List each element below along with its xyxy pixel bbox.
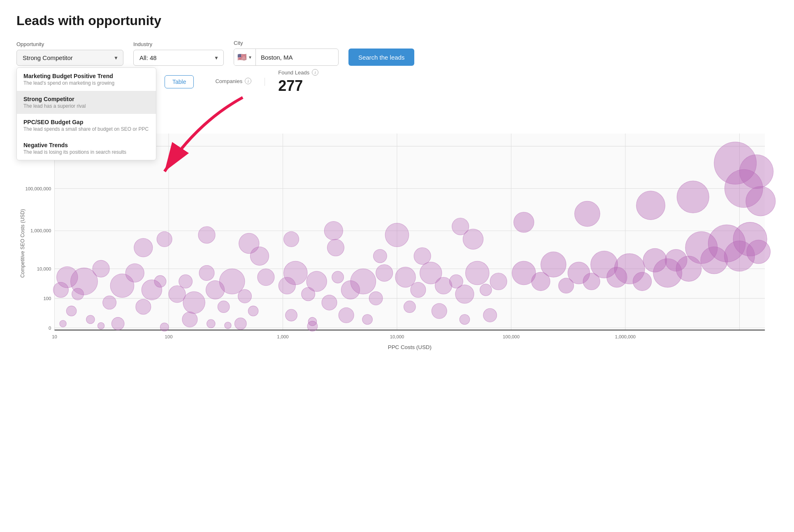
svg-point-34 xyxy=(103,296,116,309)
svg-text:1,000: 1,000 xyxy=(277,334,288,339)
search-leads-button[interactable]: Search the leads xyxy=(348,49,415,66)
found-leads-stat: Found Leads i 277 xyxy=(265,69,332,95)
svg-point-70 xyxy=(339,308,354,323)
svg-text:1,000,000: 1,000,000 xyxy=(615,334,636,339)
svg-point-46 xyxy=(183,291,205,313)
table-tab-button[interactable]: Table xyxy=(165,75,194,88)
svg-text:100: 100 xyxy=(165,334,173,339)
svg-point-72 xyxy=(373,249,387,263)
svg-point-81 xyxy=(480,284,492,296)
svg-point-79 xyxy=(455,285,474,303)
svg-point-65 xyxy=(351,269,376,294)
svg-point-68 xyxy=(286,309,297,321)
svg-point-108 xyxy=(747,240,771,264)
svg-text:10,000: 10,000 xyxy=(390,334,404,339)
svg-point-112 xyxy=(746,186,775,216)
found-leads-value: 277 xyxy=(278,77,318,95)
svg-point-119 xyxy=(385,223,409,247)
dropdown-item-0[interactable]: Marketing Budget Positive Trend The lead… xyxy=(17,68,156,91)
svg-point-116 xyxy=(239,233,259,253)
svg-point-52 xyxy=(248,306,258,316)
dropdown-item-title-1: Strong Competitor xyxy=(23,96,149,102)
industry-label: Industry xyxy=(133,41,224,47)
svg-point-63 xyxy=(332,271,344,283)
svg-point-53 xyxy=(258,269,274,286)
flag-chevron-icon: ▼ xyxy=(248,55,252,60)
svg-point-55 xyxy=(207,319,216,328)
dropdown-item-desc-3: The lead is losing its positions in sear… xyxy=(23,149,149,155)
svg-point-87 xyxy=(414,247,431,264)
page-title: Leads with opportunity xyxy=(16,13,778,28)
svg-point-98 xyxy=(633,272,652,291)
svg-point-45 xyxy=(179,275,193,288)
svg-point-125 xyxy=(98,322,104,329)
flag-us-icon: 🇺🇸 xyxy=(237,53,246,62)
industry-select-wrapper: All: 48 ▼ xyxy=(133,50,224,66)
svg-point-47 xyxy=(199,265,214,280)
opportunity-dropdown: Marketing Budget Positive Trend The lead… xyxy=(16,67,156,160)
dropdown-item-title-3: Negative Trends xyxy=(23,142,149,148)
svg-point-56 xyxy=(234,318,246,330)
flag-select[interactable]: 🇺🇸 ▼ xyxy=(234,49,256,65)
svg-point-39 xyxy=(60,320,66,327)
svg-point-51 xyxy=(238,289,252,303)
svg-point-114 xyxy=(157,231,172,247)
svg-text:Competitive SEO Costs (USD): Competitive SEO Costs (USD) xyxy=(20,209,26,278)
svg-text:0: 0 xyxy=(49,326,51,331)
opportunity-select-wrapper: Strong Competitor Marketing Budget Posit… xyxy=(16,50,123,66)
companies-stat: Companies i xyxy=(202,78,265,86)
svg-point-120 xyxy=(452,218,469,235)
svg-point-82 xyxy=(490,273,507,290)
svg-point-75 xyxy=(411,282,426,298)
city-input[interactable] xyxy=(256,54,338,61)
svg-text:100,000: 100,000 xyxy=(503,334,520,339)
dropdown-item-title-2: PPC/SEO Budget Gap xyxy=(23,119,149,125)
svg-point-71 xyxy=(362,315,373,325)
dropdown-item-3[interactable]: Negative Trends The lead is losing its p… xyxy=(17,137,156,160)
stats-row: Table Companies i Found Leads i 277 xyxy=(165,69,778,95)
dropdown-item-1[interactable]: Strong Competitor The lead has a superio… xyxy=(17,91,156,114)
filters-row: Opportunity Strong Competitor Marketing … xyxy=(16,40,778,66)
dropdown-item-desc-1: The lead has a superior rival xyxy=(23,103,149,109)
chart-container: Competitive SEO Costs (USD) xyxy=(16,128,778,359)
dropdown-item-2[interactable]: PPC/SEO Budget Gap The lead spends a sma… xyxy=(17,114,156,137)
svg-point-54 xyxy=(182,312,197,327)
svg-point-123 xyxy=(636,191,665,220)
svg-point-37 xyxy=(66,306,77,316)
svg-text:10,000: 10,000 xyxy=(37,266,51,271)
svg-text:100: 100 xyxy=(43,296,51,301)
svg-text:PPC Costs (USD): PPC Costs (USD) xyxy=(388,344,432,350)
svg-point-41 xyxy=(136,299,151,315)
svg-point-127 xyxy=(225,322,231,328)
found-leads-info-icon[interactable]: i xyxy=(312,69,318,76)
svg-point-85 xyxy=(460,315,470,325)
svg-point-73 xyxy=(327,239,344,256)
svg-point-62 xyxy=(322,295,337,310)
svg-point-59 xyxy=(284,261,308,285)
city-filter: City 🇺🇸 ▼ xyxy=(234,40,339,66)
svg-point-86 xyxy=(483,308,497,322)
companies-info-icon[interactable]: i xyxy=(245,78,251,84)
dropdown-item-title-0: Marketing Budget Positive Trend xyxy=(23,73,149,79)
found-leads-label: Found Leads i xyxy=(278,69,318,76)
opportunity-select[interactable]: Strong Competitor Marketing Budget Posit… xyxy=(16,50,123,66)
companies-label: Companies i xyxy=(215,78,251,84)
svg-point-43 xyxy=(154,275,166,287)
svg-point-44 xyxy=(169,286,186,303)
industry-filter: Industry All: 48 ▼ xyxy=(133,41,224,66)
svg-text:10: 10 xyxy=(52,334,57,339)
svg-point-67 xyxy=(376,264,393,281)
svg-point-83 xyxy=(404,301,416,313)
industry-select[interactable]: All: 48 xyxy=(133,50,224,66)
svg-point-117 xyxy=(284,231,299,247)
svg-point-122 xyxy=(575,201,600,227)
svg-point-113 xyxy=(134,238,153,257)
svg-point-38 xyxy=(86,315,95,324)
svg-point-124 xyxy=(677,181,709,213)
svg-text:100,000,000: 100,000,000 xyxy=(25,186,51,191)
svg-point-80 xyxy=(466,261,490,285)
svg-point-49 xyxy=(218,301,230,313)
svg-point-121 xyxy=(514,212,534,232)
svg-point-40 xyxy=(111,317,124,330)
svg-point-126 xyxy=(160,323,169,331)
